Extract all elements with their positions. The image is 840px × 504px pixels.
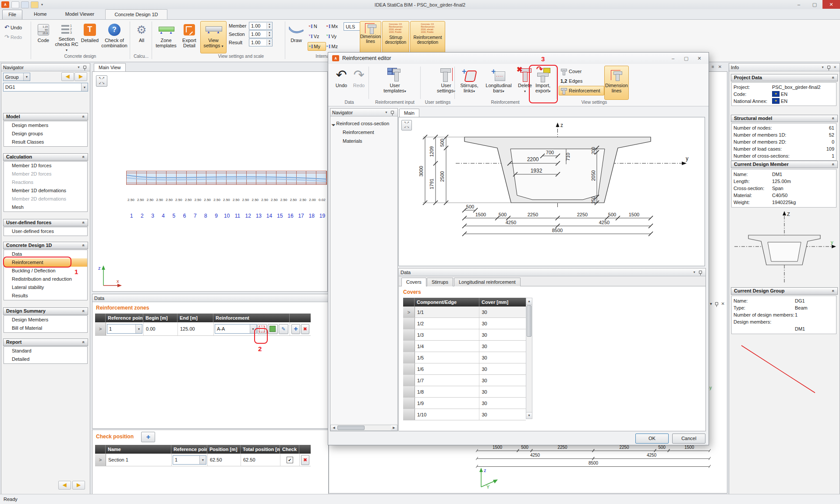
sidebar-item[interactable]: Member 1D deformations	[4, 187, 87, 195]
dialog-redo-button[interactable]: ↷ Redo	[350, 66, 368, 100]
covers-table-row[interactable]: 1/7 30	[403, 375, 526, 386]
dropdown-icon[interactable]: ▾	[383, 109, 389, 115]
next-group-button[interactable]: ▶	[74, 72, 87, 81]
zones-table-row[interactable]: 1▾ 0.00 125.00 A-A▾ ✎ ✚ ✖	[95, 322, 311, 336]
section-header-current-design-member[interactable]: Current Design Member«	[731, 161, 838, 168]
sidebar-item[interactable]: Results	[4, 292, 87, 300]
section-header-calculation[interactable]: Calculation«	[3, 153, 88, 161]
tab-covers[interactable]: Covers	[401, 278, 426, 286]
dialog-dimension-lines-button[interactable]: Dimension lines	[604, 66, 629, 100]
section-header-structural-model[interactable]: Structural model«	[731, 115, 838, 122]
all-button[interactable]: ⚙ All	[132, 21, 151, 53]
covers-table-row[interactable]: 1/3 30	[403, 329, 526, 341]
pin-icon[interactable]	[827, 66, 830, 69]
edit-zone-section-button[interactable]	[257, 324, 267, 334]
sidebar-item[interactable]: Bill of Material	[4, 324, 87, 332]
tree-item-reinforcement[interactable]: Reinforcement	[332, 130, 396, 135]
section-header-report[interactable]: Report«	[3, 338, 88, 346]
tab-file[interactable]: File	[2, 10, 22, 20]
add-zone-button[interactable]: ✚	[291, 324, 300, 334]
cancel-button[interactable]: Cancel	[672, 434, 705, 444]
tab-longitudinal-reinforcement[interactable]: Longitudinal reinforcement	[454, 278, 521, 286]
sidebar-item[interactable]: Detailed	[4, 355, 87, 363]
minimize-button[interactable]: –	[791, 0, 807, 9]
reinforcement-template-select[interactable]: A-A▾	[215, 324, 257, 334]
add-check-position-button[interactable]: ✚	[141, 432, 155, 442]
covers-table-row[interactable]: 1/9 30	[403, 398, 526, 409]
covers-table-row[interactable]: 1/4 30	[403, 341, 526, 352]
export-detail-button[interactable]: Export Detail	[179, 21, 200, 53]
maximize-button[interactable]: ▢	[807, 0, 822, 9]
stirrup-description-button[interactable]: Concrete: C3Reinforcemen2016, elevati101…	[382, 21, 409, 53]
section-header-design-summary[interactable]: Design Summary«	[3, 307, 88, 315]
force-mz-button[interactable]: ᴹIMz	[325, 42, 344, 51]
dialog-title-bar[interactable]: ∧ Reinforcement editor – ▢ ✕	[328, 53, 709, 64]
view-settings-button[interactable]: ▲▲ View settings ▾	[200, 21, 227, 53]
copy-zone-button[interactable]	[268, 324, 277, 334]
view-reinforcement-toggle[interactable]: ∙∙∙ Reinforcement	[559, 86, 604, 95]
sidebar-item[interactable]: Design Members	[4, 316, 87, 324]
prev-group-button[interactable]: ◀	[61, 72, 74, 81]
covers-table-row[interactable]: 1/10 30	[403, 409, 526, 420]
navigator-pin-icon[interactable]	[83, 66, 86, 69]
covers-table-row[interactable]: 1/5 30	[403, 352, 526, 363]
section-checks-rc-button[interactable]: 1 2 3 Section checks RC ▾	[53, 21, 80, 53]
close-button[interactable]: ✕	[822, 0, 840, 9]
sidebar-item[interactable]: Design members	[4, 121, 87, 130]
row-selector[interactable]	[95, 322, 106, 335]
sidebar-item[interactable]: Data	[4, 250, 87, 258]
sidebar-item[interactable]: Buckling / Deflection	[4, 267, 87, 275]
prev-member-button[interactable]: ◀	[58, 481, 71, 490]
next-member-button[interactable]: ▶	[72, 481, 85, 490]
pin-icon[interactable]	[391, 111, 394, 114]
dimension-lines-button[interactable]: Dimension lines	[360, 21, 381, 53]
covers-table-row[interactable]: 1/2 30	[403, 318, 526, 329]
tab-main-view[interactable]: Main View	[94, 63, 126, 72]
reinforcement-description-button[interactable]: Concrete: C3Reinforcemen2016, elevati101…	[410, 21, 445, 53]
sidebar-item[interactable]: Standard	[4, 347, 87, 355]
force-vz-button[interactable]: ⱽIVz	[308, 32, 326, 41]
delete-zone-button[interactable]: ✖	[301, 324, 310, 334]
row-selector[interactable]	[95, 454, 106, 466]
sidebar-item[interactable]: Member 1D forces	[4, 162, 87, 170]
scale-spinner[interactable]: 1.00▲▼	[249, 39, 273, 46]
fit-view-icon[interactable]: ↖↗↙↘	[401, 120, 412, 130]
check-checkbox[interactable]: ✔	[287, 457, 293, 463]
dialog-maximize-button[interactable]: ▢	[680, 54, 693, 63]
covers-table-scrollbar[interactable]: ▲ ▼	[526, 298, 532, 419]
navigator-dropdown-icon[interactable]: ▾	[76, 64, 82, 70]
view-edges-toggle[interactable]: 1,2 Edges	[559, 76, 600, 86]
sidebar-item[interactable]: Mesh	[4, 203, 87, 211]
covers-table-row[interactable]: 1/1 30	[403, 307, 526, 318]
ok-button[interactable]: OK	[635, 434, 669, 444]
sidebar-item[interactable]: Lateral stability	[4, 283, 87, 292]
force-mx-button[interactable]: ᴹIMx	[325, 22, 344, 31]
detailed-button[interactable]: T Detailed	[80, 21, 100, 53]
user-templates-button[interactable]: User templates▾	[377, 66, 412, 100]
tab-stirrups[interactable]: Stirrups	[427, 278, 453, 286]
scale-spinner[interactable]: 1.00▲▼	[249, 30, 273, 38]
tree-item-materials[interactable]: Materials	[332, 138, 396, 144]
delete-check-button[interactable]: ✖	[301, 455, 309, 465]
covers-table-row[interactable]: 1/6 30	[403, 363, 526, 375]
stirrups-links-button[interactable]: + Stirrups, links▾	[456, 66, 482, 100]
sidebar-item[interactable]: Member 2D deformations	[4, 195, 87, 203]
dock-icon[interactable]: ≡	[712, 64, 714, 69]
force-vy-button[interactable]: ⱽIVy	[325, 32, 344, 41]
edit-pencil-button[interactable]: ✎	[279, 324, 288, 334]
tab-model-viewer[interactable]: Model Viewer	[58, 10, 102, 19]
cross-section-canvas[interactable]: ↖↗↙↘ z y 3000 1209 1791 500 2	[398, 117, 705, 266]
zone-templates-button[interactable]: ▲▲ Zone templates	[153, 21, 179, 53]
undo-button[interactable]: ↶Undo	[4, 24, 31, 31]
section-header-model[interactable]: Model«	[3, 113, 88, 120]
dialog-navigator-hscrollbar[interactable]: ◀▶	[330, 425, 397, 431]
covers-table-row[interactable]: 1/8 30	[403, 386, 526, 398]
dialog-close-button[interactable]: ✕	[693, 54, 706, 63]
scale-spinner[interactable]: 1.00▲▼	[249, 22, 273, 30]
section-header-project-data[interactable]: Project Data«	[731, 74, 838, 81]
sidebar-item[interactable]: Result Classes	[4, 138, 87, 146]
sidebar-item[interactable]: Design groups	[4, 130, 87, 138]
tab-concrete-design-1d[interactable]: Concrete Design 1D	[105, 9, 167, 20]
sidebar-item[interactable]: Redistribution and reduction	[4, 275, 87, 283]
tree-root-reinforced-cross-section[interactable]: ◢ Reinforced cross-section	[332, 121, 396, 126]
